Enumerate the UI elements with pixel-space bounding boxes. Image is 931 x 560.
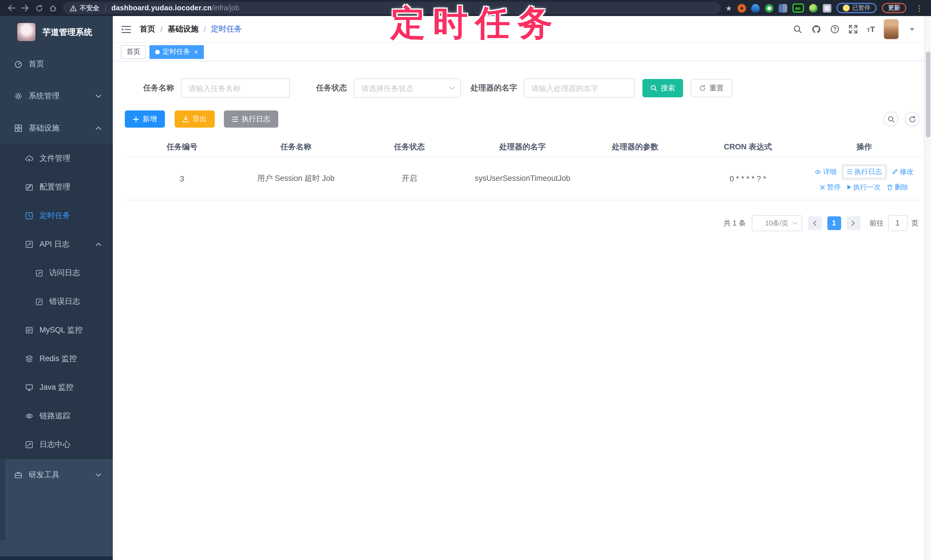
- sidebar-item-mysql-monitor[interactable]: MySQL 监控: [0, 316, 113, 345]
- user-menu-caret-icon[interactable]: [910, 28, 914, 31]
- security-warning[interactable]: 不安全: [70, 4, 99, 12]
- action-edit[interactable]: 修改: [892, 167, 913, 177]
- column-header: CRON 表达式: [691, 142, 804, 152]
- page-size-select[interactable]: 10条/页: [752, 215, 802, 231]
- log-icon: [35, 269, 43, 277]
- action-detail[interactable]: 详细: [815, 167, 837, 177]
- plus-icon: [133, 116, 139, 122]
- goto-page-input[interactable]: [888, 215, 907, 231]
- sidebar-submenu-infra: 文件管理 配置管理 定时任务 API 日志 访问日志: [0, 144, 113, 459]
- job-status-select[interactable]: [354, 78, 461, 98]
- job-name-input[interactable]: [181, 78, 290, 98]
- reset-button[interactable]: 重置: [691, 79, 732, 97]
- sidebar-item-log-center[interactable]: 日志中心: [0, 430, 113, 459]
- list-icon: [847, 169, 852, 175]
- sidebar-item-access-log[interactable]: 访问日志: [0, 259, 113, 287]
- address-bar[interactable]: 不安全 dashboard.yudao.iocoder.cn /infra/jo…: [63, 2, 721, 14]
- sidebar-item-label: 研发工具: [29, 470, 60, 480]
- browser-update-button[interactable]: 更新: [882, 3, 906, 13]
- sidebar-item-dev-tools[interactable]: 研发工具: [0, 459, 113, 491]
- next-page-button[interactable]: [846, 216, 860, 230]
- eye-icon: [815, 169, 821, 174]
- exec-log-button[interactable]: 执行日志: [224, 111, 278, 128]
- job-status-select-input[interactable]: [354, 78, 461, 98]
- search-button[interactable]: 搜索: [643, 79, 683, 97]
- extensions-puzzle-icon[interactable]: [823, 4, 831, 12]
- table-header-row: 任务编号 任务名称 任务状态 处理器的名字 处理器的参数 CRON 表达式 操作: [125, 137, 924, 157]
- sidebar-item-system[interactable]: 系统管理: [0, 80, 113, 112]
- search-icon[interactable]: [793, 25, 802, 34]
- sidebar-item-infra[interactable]: 基础设施: [0, 112, 113, 144]
- sidebar-item-tracing[interactable]: 链路追踪: [0, 402, 113, 430]
- action-exec-log[interactable]: 执行日志: [843, 165, 886, 178]
- database-icon: [25, 326, 33, 334]
- security-label: 不安全: [80, 4, 99, 12]
- handler-name-label: 处理器的名字: [471, 83, 517, 93]
- chevron-up-icon: [96, 243, 101, 246]
- page-number-current[interactable]: 1: [827, 216, 841, 230]
- add-button[interactable]: 新增: [125, 111, 165, 128]
- font-size-icon[interactable]: TT: [867, 25, 875, 34]
- page-scrollbar[interactable]: [924, 16, 931, 560]
- hamburger-icon[interactable]: [122, 25, 131, 34]
- extension-leaf-icon[interactable]: [809, 4, 817, 12]
- extension-orange-icon[interactable]: [737, 4, 746, 12]
- page-unit-label: 页: [911, 218, 919, 228]
- prev-page-button[interactable]: [808, 216, 822, 230]
- cell-job-name: 用户 Session 超时 Job: [239, 169, 352, 188]
- sidebar-item-config-manage[interactable]: 配置管理: [0, 173, 113, 202]
- breadcrumb-home[interactable]: 首页: [140, 24, 155, 34]
- sidebar-item-api-log[interactable]: API 日志: [0, 230, 113, 259]
- column-header: 处理器的名字: [466, 142, 579, 152]
- column-header: 操作: [804, 142, 924, 152]
- sidebar-item-error-log[interactable]: 错误日志: [0, 287, 113, 316]
- browser-extensions: ★ on 已暂停 更新 ⋮: [726, 3, 923, 13]
- fullscreen-icon[interactable]: [849, 25, 858, 34]
- paused-badge[interactable]: 已暂停: [836, 3, 877, 13]
- tag-home[interactable]: 首页: [121, 45, 146, 58]
- close-icon[interactable]: ×: [194, 48, 198, 55]
- tag-scheduled-jobs[interactable]: 定时任务 ×: [150, 45, 204, 58]
- scrollbar-thumb[interactable]: [926, 51, 930, 137]
- breadcrumb-infra[interactable]: 基础设施: [168, 24, 199, 34]
- bookmark-star-icon[interactable]: ★: [726, 4, 732, 12]
- extension-on-badge[interactable]: on: [792, 3, 804, 12]
- cell-actions: 详细 执行日志 修改: [804, 160, 924, 197]
- sidebar-item-file-manage[interactable]: 文件管理: [0, 144, 113, 173]
- user-avatar[interactable]: [884, 20, 899, 39]
- sidebar-item-label: 链路追踪: [40, 411, 71, 421]
- extension-blue-icon[interactable]: [751, 4, 760, 12]
- extension-green-check-icon[interactable]: [765, 4, 773, 12]
- github-icon[interactable]: [811, 25, 821, 34]
- sidebar-item-home[interactable]: 首页: [0, 48, 113, 80]
- app-logo-row[interactable]: 芋道管理系统: [0, 16, 113, 48]
- sidebar-item-label: API 日志: [40, 239, 69, 249]
- tags-view-bar: 首页 定时任务 ×: [113, 43, 931, 61]
- sidebar-item-label: 基础设施: [29, 123, 60, 133]
- extension-grid-icon[interactable]: [778, 4, 787, 12]
- sidebar: 芋道管理系统 首页 系统管理 基础设施 文件管理: [0, 16, 113, 560]
- action-pause[interactable]: 暂停: [820, 182, 840, 192]
- sidebar-item-scheduled-jobs[interactable]: 定时任务: [0, 202, 113, 230]
- list-icon: [232, 116, 238, 122]
- browser-forward-icon[interactable]: [18, 2, 32, 14]
- stack-icon: [25, 355, 33, 363]
- sidebar-item-redis-monitor[interactable]: Redis 监控: [0, 345, 113, 373]
- sidebar-item-java-monitor[interactable]: Java 监控: [0, 373, 113, 402]
- column-header: 任务状态: [353, 142, 466, 152]
- action-run-once[interactable]: 执行一次: [847, 182, 881, 192]
- zoom-search-icon[interactable]: [883, 112, 899, 126]
- browser-menu-icon[interactable]: ⋮: [916, 4, 923, 12]
- cell-handler-name: sysUserSessionTimeoutJob: [466, 168, 579, 189]
- export-button[interactable]: 导出: [175, 111, 215, 128]
- help-icon[interactable]: [830, 25, 839, 34]
- browser-reload-icon[interactable]: [32, 2, 46, 14]
- action-delete[interactable]: 删除: [887, 182, 908, 192]
- sidebar-bottom-strip: [0, 556, 113, 560]
- cell-handler-param: [579, 174, 692, 183]
- handler-name-input[interactable]: [524, 78, 635, 98]
- browser-home-icon[interactable]: [46, 2, 60, 14]
- tag-label: 定时任务: [163, 47, 190, 57]
- refresh-icon[interactable]: [905, 112, 920, 126]
- browser-back-icon[interactable]: [5, 2, 18, 14]
